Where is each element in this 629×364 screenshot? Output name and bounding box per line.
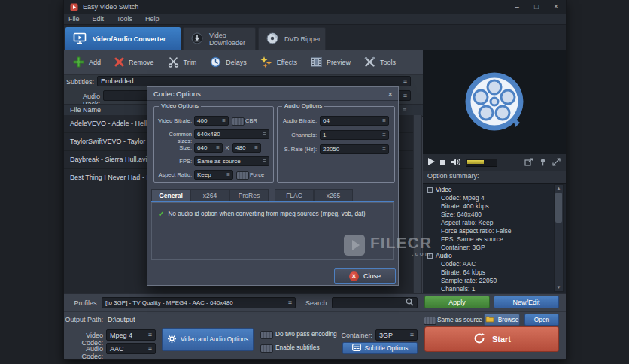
search-input[interactable] (332, 297, 418, 308)
tree-group-video[interactable]: −Video (423, 186, 566, 194)
channels-dropdown[interactable]: 1 ≡ (320, 130, 389, 140)
add-button[interactable]: Add (73, 56, 101, 69)
video-bitrate-field[interactable]: 400 ≡ (194, 116, 229, 126)
play-icon[interactable] (428, 158, 435, 167)
channels-label: Channels: (278, 132, 317, 138)
check-icon: ✓ (158, 210, 164, 218)
dialog-close-button[interactable]: × Close (334, 268, 396, 284)
size-width-field[interactable]: 640 ≡ (194, 143, 223, 153)
menu-help[interactable]: Help (145, 15, 160, 23)
new-edit-button[interactable]: New/Edit (494, 296, 559, 308)
force-label: Force (250, 171, 269, 178)
collapse-icon[interactable]: − (427, 187, 433, 193)
start-button[interactable]: Start (424, 326, 559, 352)
speaker-icon[interactable] (451, 158, 460, 168)
dialog-close-icon[interactable]: × (388, 87, 393, 101)
trim-label: Trim (184, 59, 197, 66)
menu-file[interactable]: File (68, 15, 80, 23)
audio-codec-dropdown[interactable]: AAC ≡ (106, 343, 156, 354)
tree-item[interactable]: Sample rate: 22050 (423, 277, 566, 285)
filecr-logo-icon (344, 235, 365, 256)
apply-button[interactable]: Apply (424, 296, 490, 308)
dialog-tab-general[interactable]: General (151, 189, 190, 202)
scroll-thumb[interactable] (555, 193, 562, 223)
pin-icon[interactable] (539, 158, 547, 168)
dialog-tab-x264[interactable]: x264 (190, 189, 229, 202)
two-pass-checkbox[interactable] (260, 331, 273, 339)
tree-item[interactable]: Bitrate: 400 kbps (423, 202, 566, 211)
force-checkbox[interactable] (236, 171, 249, 180)
tree-item[interactable]: Channels: 1 (423, 285, 566, 293)
remove-button[interactable]: Remove (114, 57, 154, 68)
file-list-scrollbar[interactable] (413, 115, 422, 293)
tab-video-downloader[interactable]: Video Downloader (183, 27, 256, 50)
fps-dropdown[interactable]: Same as source ≡ (194, 156, 269, 166)
tree-item[interactable]: Bitrate: 64 kbps (423, 268, 566, 277)
browse-button[interactable]: Browse (484, 314, 520, 326)
open-button[interactable]: Open (524, 314, 559, 326)
subtitle-options-button[interactable]: Subtitle Options (342, 342, 418, 354)
dialog-tab-x265[interactable]: x265 (314, 189, 353, 202)
enable-subtitles-checkbox[interactable] (260, 344, 273, 353)
minimize-button[interactable]: – (507, 0, 527, 14)
scroll-down-icon[interactable]: ▼ (555, 284, 563, 291)
maximize-button[interactable]: □ (527, 0, 546, 14)
same-as-source-checkbox[interactable] (424, 317, 436, 325)
cbr-checkbox[interactable] (232, 117, 245, 126)
tree-item[interactable]: FPS: Same as source (423, 235, 566, 244)
subtitles-dropdown[interactable]: Embedded ≡ (97, 76, 411, 86)
fullscreen-icon[interactable] (552, 158, 561, 168)
tree-item[interactable]: Aspect ratio: Keep (423, 219, 566, 227)
video-audio-options-button[interactable]: Video and Audio Options (162, 328, 254, 351)
menu-edit[interactable]: Edit (93, 15, 105, 23)
output-path-value[interactable]: D:\output (108, 316, 135, 323)
size-height-field[interactable]: 480 ≡ (232, 143, 261, 153)
common-sizes-dropdown[interactable]: 640x480 ≡ (194, 129, 269, 139)
size-x-label: X (224, 144, 230, 151)
tab-label: DVD Ripper (284, 35, 321, 43)
audio-bitrate-label: Audio Bitrate: (278, 117, 317, 124)
tree-item[interactable]: Codec: AAC (423, 260, 566, 268)
audio-bitrate-field[interactable]: 64 ≡ (320, 116, 389, 126)
subtitles-value: Embedded (101, 77, 134, 85)
watermark-suffix: .com (370, 251, 432, 257)
dialog-tab-prores[interactable]: ProRes (229, 189, 269, 202)
burger-icon: ≡ (382, 132, 386, 138)
video-bitrate-label: Video Bitrate: (154, 117, 192, 124)
preview-button[interactable]: Preview (311, 57, 351, 68)
volume-slider[interactable] (466, 159, 497, 167)
close-button[interactable]: × (546, 0, 566, 14)
no-audio-id-checkbox[interactable]: ✓ No audio id option when converting fro… (158, 210, 366, 218)
video-codec-dropdown[interactable]: Mpeg 4 ≡ (106, 329, 156, 341)
tab-dvd-ripper[interactable]: DVD Ripper (258, 27, 326, 50)
search-icon[interactable] (406, 298, 414, 308)
audio-codec-label: Audio Codec: (64, 345, 103, 360)
tools-button[interactable]: Tools (364, 56, 396, 69)
tree-item[interactable]: Size: 640x480 (423, 211, 566, 219)
sparkles-icon (260, 56, 272, 69)
trim-button[interactable]: Trim (168, 56, 197, 69)
menu-tools[interactable]: Tools (117, 15, 132, 23)
delays-button[interactable]: Delays (210, 56, 247, 69)
aspect-ratio-dropdown[interactable]: Keep ≡ (194, 170, 233, 180)
sample-rate-dropdown[interactable]: 22050 ≡ (320, 144, 389, 154)
summary-scrollbar[interactable]: ▲ ▼ (554, 184, 564, 292)
dropdown-burger-icon: ≡ (288, 299, 292, 306)
column-options-icon[interactable]: ≡ (403, 105, 406, 116)
tree-item[interactable]: Force aspect ratio: False (423, 227, 566, 235)
tree-group-audio[interactable]: −Audio (423, 252, 566, 260)
profiles-dropdown[interactable]: [to 3GP] - TV Quality - MPEG4 - AAC - 64… (102, 297, 296, 308)
effects-button[interactable]: Effects (260, 56, 297, 69)
watermark-text: FILECR .com (370, 235, 432, 257)
stop-icon[interactable] (440, 160, 445, 165)
dialog-tab-flac[interactable]: FLAC (275, 189, 314, 202)
scroll-up-icon[interactable]: ▲ (555, 185, 563, 192)
container-dropdown[interactable]: 3GP ≡ (375, 329, 418, 341)
tab-video-audio-converter[interactable]: Video/Audio Converter (65, 27, 181, 50)
popout-icon[interactable] (524, 158, 533, 168)
same-as-source-label: Same as source (437, 316, 482, 323)
folder-icon (485, 315, 494, 324)
tree-item[interactable]: Container: 3GP (423, 244, 566, 252)
tree-item[interactable]: Codec: Mpeg 4 (423, 194, 566, 202)
dialog-titlebar: Codec Options × (147, 87, 398, 101)
